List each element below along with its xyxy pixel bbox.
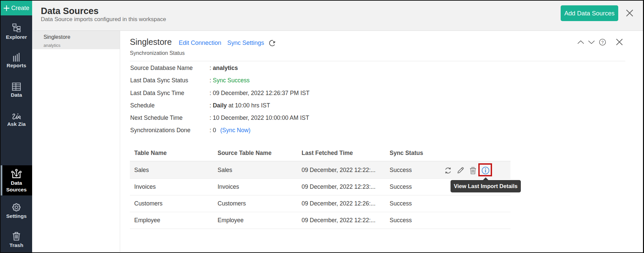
svg-text:?: ? (601, 40, 604, 45)
